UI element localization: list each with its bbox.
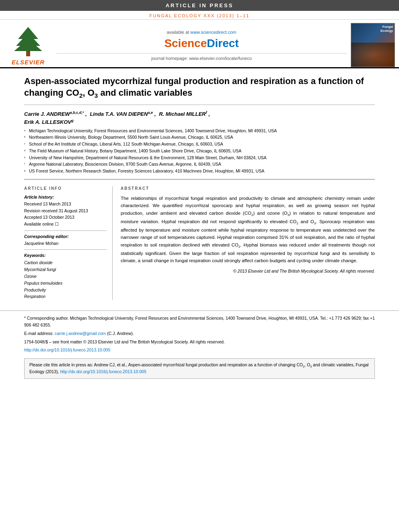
- affil-text-e: University of New Hampshire, Department …: [29, 155, 267, 161]
- journal-cover-bg: [351, 43, 395, 67]
- affil-sup-f: f: [24, 162, 29, 168]
- footnote-section: * Corresponding author. Michigan Technol…: [0, 315, 399, 353]
- doi-footnote: http://dx.doi.org/10.1016/j.funeco.2013.…: [24, 347, 375, 353]
- corresponding-editor-name: Jacqueline Mohan: [24, 240, 107, 246]
- authors-section: Carrie J. ANDREWa,b,c,d,*, Linda T.A. VA…: [24, 105, 375, 179]
- email-footnote: E-mail address: carrie.j.andrew@gmail.co…: [24, 330, 375, 337]
- science-text: Science: [164, 37, 207, 49]
- copyright-text: © 2013 Elsevier Ltd and The British Myco…: [121, 269, 375, 273]
- keyword-4: Populus tremuloides: [24, 280, 107, 287]
- journal-cover-area: FungalEcology: [347, 23, 399, 67]
- affil-sup-a: a: [24, 129, 29, 134]
- info-divider-2: [24, 249, 107, 250]
- keywords-label: Keywords:: [24, 253, 107, 258]
- affil-text-a: Michigan Technological University, Fores…: [29, 128, 277, 134]
- affiliation-c: c School of the Art Institute of Chicago…: [24, 141, 375, 148]
- journal-homepage: journal homepage: www.elsevier.com/locat…: [56, 53, 347, 61]
- info-divider-1: [24, 230, 107, 231]
- affiliation-g: g US Forest Service, Northern Research S…: [24, 168, 375, 175]
- revision-date: Revision received 31 August 2013: [24, 208, 107, 214]
- abstract-text: The relationships of mycorrhizal fungal …: [121, 195, 375, 265]
- article-title: Aspen-associated mycorrhizal fungal prod…: [24, 68, 375, 105]
- keyword-1: Carbon dioxide: [24, 259, 107, 266]
- affiliation-d: d The Field Museum of Natural History, B…: [24, 148, 375, 154]
- authors-line-1: Carrie J. ANDREWa,b,c,d,*, Linda T.A. VA…: [24, 111, 375, 117]
- affiliations-section: a Michigan Technological University, For…: [24, 128, 375, 175]
- header-center: available at www.sciencedirect.com Scien…: [56, 23, 347, 67]
- keyword-6: Respiration: [24, 293, 107, 300]
- affil-sup-b: b: [24, 135, 29, 141]
- affiliation-a: a Michigan Technological University, For…: [24, 128, 375, 134]
- sciencedirect-url[interactable]: www.sciencedirect.com: [190, 30, 236, 35]
- footer-divider: [0, 310, 399, 311]
- affil-text-d: The Field Museum of Natural History, Bot…: [29, 148, 241, 154]
- article-history-label: Article history:: [24, 195, 107, 199]
- elsevier-brand: ELSEVIER: [12, 59, 45, 66]
- article-in-press-banner: ARTICLE IN PRESS: [0, 0, 399, 11]
- keyword-3: Ozone: [24, 273, 107, 280]
- article-info-title: ARTICLE INFO: [24, 186, 107, 191]
- email-label: E-mail address:: [24, 331, 53, 336]
- email-link[interactable]: carrie.j.andrew@gmail.com: [55, 331, 106, 336]
- keyword-5: Productivity: [24, 287, 107, 294]
- affil-text-c: School of the Art Institute of Chicago, …: [29, 141, 223, 148]
- available-online: Available online ☐: [24, 221, 107, 227]
- available-at-text: available at www.sciencedirect.com: [167, 30, 236, 35]
- affil-text-b: Northeastern Illinois University, Biolog…: [29, 134, 233, 141]
- header-area: ELSEVIER available at www.sciencedirect.…: [0, 20, 399, 68]
- main-content: Aspen-associated mycorrhizal fungal prod…: [0, 68, 399, 306]
- direct-text: Direct: [207, 37, 239, 49]
- corresponding-editor-label: Corresponding editor:: [24, 234, 107, 239]
- email-suffix: (C.J. Andrew).: [107, 331, 134, 336]
- cite-doi-link[interactable]: http://dx.doi.org/10.1016/j.funeco.2013.…: [60, 369, 146, 374]
- article-info-column: ARTICLE INFO Article history: Received 1…: [24, 186, 113, 300]
- two-column-section: ARTICLE INFO Article history: Received 1…: [24, 179, 375, 306]
- keywords-list: Carbon dioxide Mycorrhizal fungi Ozone P…: [24, 259, 107, 300]
- journal-name: FUNGAL ECOLOGY XXX (2013) 1–11: [150, 13, 250, 18]
- journal-cover: FungalEcology: [351, 23, 395, 67]
- cite-box: Please cite this article in press as: An…: [24, 358, 375, 379]
- elsevier-tree-icon: [10, 25, 46, 57]
- keyword-2: Mycorrhizal fungi: [24, 266, 107, 273]
- journal-homepage-text: journal homepage: www.elsevier.com/locat…: [151, 56, 252, 61]
- affiliation-f: f Argonne National Laboratory, Bioscienc…: [24, 161, 375, 168]
- affil-sup-d: d: [24, 149, 29, 154]
- journal-cover-label: FungalEcology: [380, 25, 393, 33]
- affil-sup-c: c: [24, 142, 29, 148]
- doi-link[interactable]: http://dx.doi.org/10.1016/j.funeco.2013.…: [24, 347, 110, 352]
- affiliation-b: b Northeastern Illinois University, Biol…: [24, 134, 375, 141]
- affil-sup-e: e: [24, 156, 29, 161]
- corresponding-author-footnote: * Corresponding author. Michigan Technol…: [24, 315, 375, 329]
- journal-name-bar: FUNGAL ECOLOGY XXX (2013) 1–11: [0, 11, 399, 20]
- accepted-date: Accepted 13 October 2013: [24, 214, 107, 220]
- affil-text-g: US Forest Service, Northern Research Sta…: [29, 168, 264, 175]
- abstract-title: ABSTRACT: [121, 186, 375, 191]
- affiliation-e: e University of New Hampshire, Departmen…: [24, 155, 375, 161]
- received-date: Received 13 March 2013: [24, 201, 107, 207]
- license-footnote: 1754-5048/$ – see front matter © 2013 El…: [24, 339, 375, 345]
- authors-line-2: Erik A. LILLESKOVg: [24, 119, 375, 125]
- elsevier-logo-area: ELSEVIER: [0, 23, 56, 67]
- abstract-column: ABSTRACT The relationships of mycorrhiza…: [121, 186, 375, 300]
- sciencedirect-brand: ScienceDirect: [164, 37, 239, 50]
- affil-sup-g: g: [24, 169, 29, 175]
- affil-text-f: Argonne National Laboratory, Biosciences…: [29, 161, 221, 168]
